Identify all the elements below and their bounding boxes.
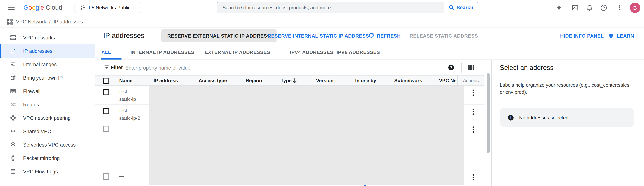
row-name: test-static-ip xyxy=(119,88,153,103)
reserve-external-label: RESERVE EXTERNAL STATIC IP ADDRESS xyxy=(167,33,270,38)
bring-your-own-ip-icon xyxy=(10,75,16,81)
sidebar-item-routes[interactable]: Routes xyxy=(0,98,96,111)
search-button[interactable]: Search xyxy=(444,2,478,13)
sidebar-item-ip-addresses[interactable]: IP addresses xyxy=(0,44,96,58)
col-header-type[interactable]: Type xyxy=(281,75,292,86)
project-icon xyxy=(80,5,85,10)
refresh-button[interactable]: REFRESH xyxy=(368,29,401,42)
search-input[interactable] xyxy=(217,2,444,13)
sidebar-item-label: Routes xyxy=(23,102,39,107)
refresh-icon xyxy=(368,33,374,38)
sidebar-item-vpc-peering[interactable]: VPC network peering xyxy=(0,111,96,125)
notifications-bell-icon[interactable] xyxy=(586,4,593,11)
vertical-scrollbar[interactable] xyxy=(487,73,490,153)
row-name: test-static-ip-2 xyxy=(119,107,153,122)
col-header-version[interactable]: Version xyxy=(316,75,334,86)
empty-state-message: No addresses selected. xyxy=(519,115,570,120)
select-all-checkbox[interactable] xyxy=(103,78,109,84)
sidebar-item-label: Firewall xyxy=(23,88,40,94)
filter-divider xyxy=(462,62,462,73)
col-header-subnetwork[interactable]: Subnetwork xyxy=(394,75,422,86)
sidebar-item-label: VPC Flow Logs xyxy=(23,169,58,174)
cloud-shell-icon[interactable] xyxy=(572,4,578,11)
tab-ipv4-addresses[interactable]: IPV4 ADDRESSES xyxy=(290,49,333,55)
more-vert-icon[interactable] xyxy=(616,4,623,11)
row-checkbox[interactable] xyxy=(103,173,109,180)
sidebar-item-vpc-flow-logs[interactable]: VPC Flow Logs xyxy=(0,165,96,178)
row-actions-menu-icon[interactable] xyxy=(472,127,474,134)
refresh-label: REFRESH xyxy=(377,33,401,38)
page-title: IP addresses xyxy=(103,32,144,40)
filter-input[interactable] xyxy=(124,63,327,73)
row-actions-menu-icon[interactable] xyxy=(472,109,474,116)
search-icon xyxy=(449,5,454,10)
routes-icon xyxy=(10,102,16,108)
column-display-options-icon[interactable] xyxy=(468,65,474,70)
firewall-icon xyxy=(10,88,16,94)
svg-text:?: ? xyxy=(603,6,605,10)
filter-help-icon[interactable]: ? xyxy=(448,65,454,70)
breadcrumb-section[interactable]: VPC Network xyxy=(16,19,46,24)
tab-external-ip-addresses[interactable]: EXTERNAL IP ADDRESSES xyxy=(204,49,270,55)
info-icon: i xyxy=(508,115,514,120)
reserve-internal-label: RESERVE INTERNAL STATIC IP ADDRESS xyxy=(268,33,369,38)
vpc-networks-icon xyxy=(10,35,16,40)
breadcrumb-page[interactable]: IP addresses xyxy=(54,19,83,24)
packet-mirroring-icon xyxy=(10,155,16,161)
reserve-external-button[interactable]: RESERVE EXTERNAL STATIC IP ADDRESS xyxy=(161,29,276,42)
row-actions-menu-icon[interactable] xyxy=(472,174,474,181)
sidebar-item-label: VPC networks xyxy=(23,35,55,40)
help-icon[interactable]: ? xyxy=(600,4,607,11)
tab-all[interactable]: ALL xyxy=(101,49,111,55)
col-header-region[interactable]: Region xyxy=(246,75,262,86)
sidebar-item-serverless-vpc[interactable]: Serverless VPC access xyxy=(0,138,96,151)
internal-ranges-icon xyxy=(10,61,16,67)
row-checkbox[interactable] xyxy=(103,89,109,95)
tab-ipv6-addresses[interactable]: IPV6 ADDRESSES xyxy=(336,49,380,55)
sidebar-item-packet-mirroring[interactable]: Packet mirroring xyxy=(0,151,96,165)
info-panel-title-border xyxy=(492,77,644,77)
row-actions-menu-icon[interactable] xyxy=(472,90,474,97)
info-panel-empty-state: i No addresses selected. xyxy=(500,108,634,127)
sidebar-item-internal-ranges[interactable]: Internal ranges xyxy=(0,58,96,71)
sidebar-item-byoip[interactable]: Bring your own IP xyxy=(0,71,96,84)
hide-info-panel-button[interactable]: HIDE INFO PANEL xyxy=(560,29,604,42)
learn-button[interactable]: LEARN xyxy=(608,29,634,42)
logo-google-word: Google xyxy=(24,4,44,11)
release-static-address-button[interactable]: RELEASE STATIC ADDRESS xyxy=(410,29,478,42)
col-header-vpc-network[interactable]: VPC Network xyxy=(439,75,458,86)
sidebar-item-label: Shared VPC xyxy=(23,129,51,134)
sidebar-item-label: Serverless VPC access xyxy=(23,142,76,148)
avatar[interactable]: B xyxy=(630,2,640,13)
tab-internal-ip-addresses[interactable]: INTERNAL IP ADDRESSES xyxy=(130,49,194,55)
sidebar-item-shared-vpc[interactable]: Shared VPC xyxy=(0,125,96,138)
project-selector[interactable]: F5 Networks Public xyxy=(74,2,141,13)
search-button-label: Search xyxy=(456,5,473,10)
serverless-vpc-access-icon xyxy=(10,142,16,148)
top-bar: GoogleCloud F5 Networks Public Search ? xyxy=(0,0,644,16)
col-header-access-type[interactable]: Access type xyxy=(199,75,227,86)
reserve-internal-button[interactable]: RESERVE INTERNAL STATIC IP ADDRESS xyxy=(268,29,369,42)
sidebar-item-firewall[interactable]: Firewall xyxy=(0,84,96,98)
sidebar-nav: VPC networks IP addresses Internal range… xyxy=(0,28,96,186)
project-name: F5 Networks Public xyxy=(89,5,130,10)
actions-column-divider xyxy=(457,75,458,86)
google-cloud-logo[interactable]: GoogleCloud xyxy=(24,4,62,11)
row-checkbox[interactable] xyxy=(103,108,109,114)
sort-descending-icon[interactable] xyxy=(292,78,298,83)
info-panel-title: Select an address xyxy=(500,64,554,72)
shared-vpc-icon xyxy=(10,128,16,134)
col-header-name[interactable]: Name xyxy=(119,75,132,86)
col-header-in-use-by[interactable]: In use by xyxy=(355,75,376,86)
table-header: Name IP address Access type Region Type … xyxy=(96,75,484,86)
release-label: RELEASE STATIC ADDRESS xyxy=(410,33,478,38)
row-checkbox[interactable] xyxy=(103,126,109,132)
sidebar-item-vpc-networks[interactable]: VPC networks xyxy=(0,31,96,44)
hamburger-menu-icon[interactable] xyxy=(8,5,14,10)
row-name: — xyxy=(119,125,153,132)
school-icon xyxy=(608,32,614,39)
breadcrumb-bar: VPC Network / IP addresses xyxy=(0,16,644,28)
vpc-network-icon xyxy=(6,18,14,25)
gemini-sparkle-icon[interactable] xyxy=(556,4,562,11)
col-header-ip-address[interactable]: IP address xyxy=(154,75,178,86)
